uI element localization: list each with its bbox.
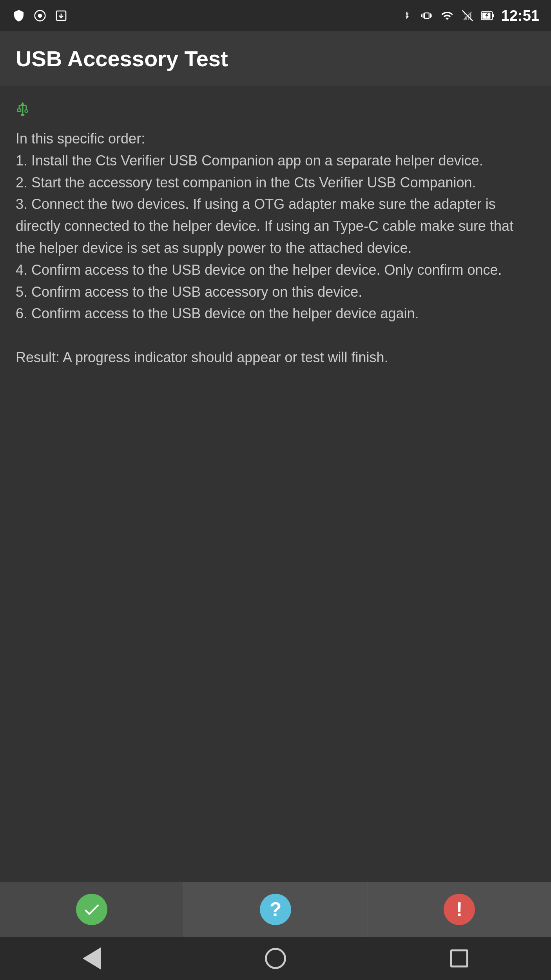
main-content: In this specific order: 1. Install the C… xyxy=(0,86,551,882)
usb-icon-container xyxy=(16,102,535,116)
status-bar: 12:51 xyxy=(0,0,551,31)
instruction-step-4: 4. Confirm access to the USB device on t… xyxy=(16,259,535,281)
back-button[interactable] xyxy=(76,943,107,974)
download-icon xyxy=(54,9,68,23)
bluetooth-icon xyxy=(399,9,413,23)
svg-point-13 xyxy=(25,110,27,113)
home-circle-icon xyxy=(265,948,286,969)
svg-rect-5 xyxy=(492,14,494,17)
home-button[interactable] xyxy=(260,943,291,974)
pass-button-circle xyxy=(76,894,107,925)
status-time: 12:51 xyxy=(501,7,539,24)
instruction-step-6: 6. Confirm access to the USB device on t… xyxy=(16,303,535,325)
battery-icon xyxy=(481,9,495,23)
exclamation-icon: ! xyxy=(456,898,463,921)
fail-button-circle: ! xyxy=(444,894,475,925)
wifi-icon xyxy=(440,9,454,23)
usb-icon xyxy=(16,102,30,116)
no-signal-icon xyxy=(460,9,475,23)
page-title: USB Accessory Test xyxy=(16,46,228,71)
instruction-step-1: 1. Install the Cts Verifier USB Companio… xyxy=(16,150,535,172)
pass-button[interactable] xyxy=(0,882,184,937)
instructions-text: In this specific order: 1. Install the C… xyxy=(16,128,535,368)
status-bar-right-icons: 12:51 xyxy=(399,7,539,24)
fail-button[interactable]: ! xyxy=(368,882,551,937)
info-button-circle: ? xyxy=(260,894,291,925)
vibrate-icon xyxy=(420,9,434,23)
nav-bar xyxy=(0,937,551,980)
instruction-intro: In this specific order: xyxy=(16,128,535,150)
instruction-result: Result: A progress indicator should appe… xyxy=(16,347,535,368)
svg-marker-9 xyxy=(21,102,25,105)
bottom-buttons: ? ! xyxy=(0,882,551,937)
svg-point-1 xyxy=(38,14,42,18)
back-arrow-icon xyxy=(83,947,101,969)
recents-button[interactable] xyxy=(444,943,475,974)
svg-rect-14 xyxy=(21,114,24,116)
recents-square-icon xyxy=(450,949,468,967)
question-mark-icon: ? xyxy=(270,898,282,921)
circle-dot-icon xyxy=(33,9,47,23)
shield-icon xyxy=(12,9,26,23)
instruction-step-3: 3. Connect the two devices. If using a O… xyxy=(16,193,535,259)
svg-rect-11 xyxy=(18,109,21,111)
status-bar-left-icons xyxy=(12,9,68,23)
instruction-step-2: 2. Start the accessory test companion in… xyxy=(16,172,535,194)
info-button[interactable]: ? xyxy=(184,882,368,937)
instruction-step-5: 5. Confirm access to the USB accessory o… xyxy=(16,281,535,303)
app-bar: USB Accessory Test xyxy=(0,31,551,86)
